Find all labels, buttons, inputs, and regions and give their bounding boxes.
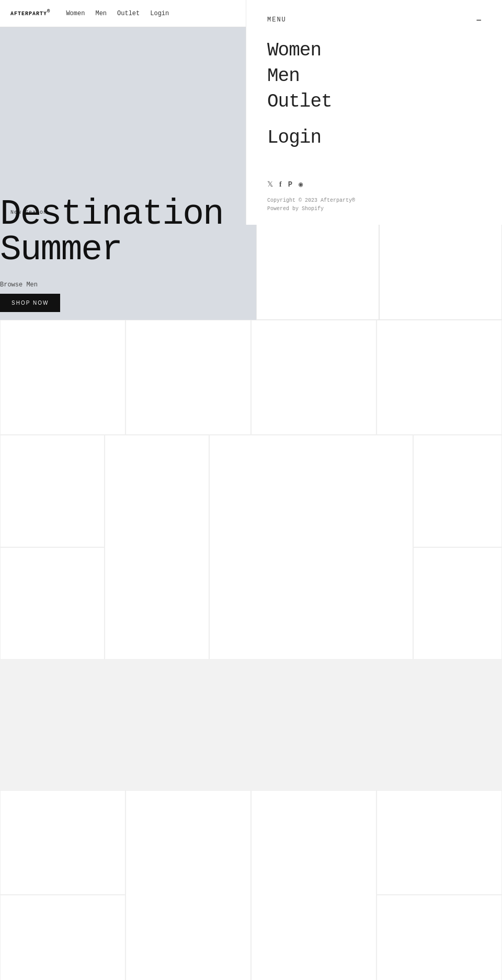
hero-title-line1: Destination [0, 197, 223, 232]
hero-subtitle: Browse Men [0, 281, 38, 289]
bottom-cell-2-tall[interactable] [126, 790, 251, 980]
product-cell-4[interactable] [376, 320, 502, 435]
facebook-icon[interactable]: f [279, 180, 282, 189]
hero-title: Destination Summer [0, 197, 223, 268]
gray-band [0, 660, 502, 790]
bottom-cell-3-tall[interactable] [251, 790, 376, 980]
cg-cell-5[interactable] [0, 547, 105, 660]
cg-cell-3-tall[interactable] [209, 435, 413, 660]
menu-item-women[interactable]: Women [267, 40, 481, 61]
product-cell-3[interactable] [251, 320, 376, 435]
cg-cell-6[interactable] [413, 547, 502, 660]
bottom-cell-4[interactable] [376, 790, 502, 895]
product-cell-1[interactable] [0, 320, 126, 435]
menu-item-login[interactable]: Login [267, 127, 481, 148]
bottom-cell-6[interactable] [376, 895, 502, 980]
nav-men[interactable]: Men [95, 10, 107, 17]
cg-cell-1[interactable] [0, 435, 105, 547]
twitter-icon[interactable]: 𝕏 [267, 180, 273, 189]
logo-symbol: ® [47, 9, 50, 14]
copyright-text: Copyright © 2023 Afterparty® [267, 197, 481, 205]
hero-container: New Season Destination Summer Browse Men… [0, 27, 256, 320]
pinterest-icon[interactable]: P [288, 180, 292, 189]
menu-header: MENU — [267, 16, 481, 24]
nav-login[interactable]: Login [150, 10, 169, 17]
bottom-cell-5[interactable] [0, 895, 126, 980]
product-cell-2[interactable] [126, 320, 251, 435]
menu-close-icon[interactable]: — [477, 16, 481, 24]
menu-item-men[interactable]: Men [267, 65, 481, 87]
product-grid-row1 [0, 320, 502, 435]
hero-title-line2: Summer [0, 232, 223, 268]
menu-social: 𝕏 f P ◉ [267, 180, 481, 189]
menu-label: MENU [267, 16, 287, 24]
shop-now-button[interactable]: SHOP NOW [0, 294, 60, 312]
menu-footer: Copyright © 2023 Afterparty® Powered by … [267, 197, 481, 213]
bottom-cell-1[interactable] [0, 790, 126, 895]
nav-outlet[interactable]: Outlet [117, 10, 140, 17]
cg-cell-2-tall[interactable] [105, 435, 209, 660]
complex-grid [0, 435, 502, 660]
cg-cell-4[interactable] [413, 435, 502, 547]
nav-women[interactable]: Women [66, 10, 85, 17]
menu-overlay: MENU — Women Men Outlet Login 𝕏 f P ◉ Co… [246, 0, 502, 225]
instagram-icon[interactable]: ◉ [299, 180, 303, 189]
bottom-grid [0, 790, 502, 980]
logo[interactable]: AFTERPARTY® [10, 9, 50, 17]
menu-item-outlet[interactable]: Outlet [267, 91, 481, 112]
powered-text: Powered by Shopify [267, 205, 481, 213]
logo-text: AFTERPARTY [10, 11, 47, 17]
menu-nav-items: Women Men Outlet Login [267, 40, 481, 148]
